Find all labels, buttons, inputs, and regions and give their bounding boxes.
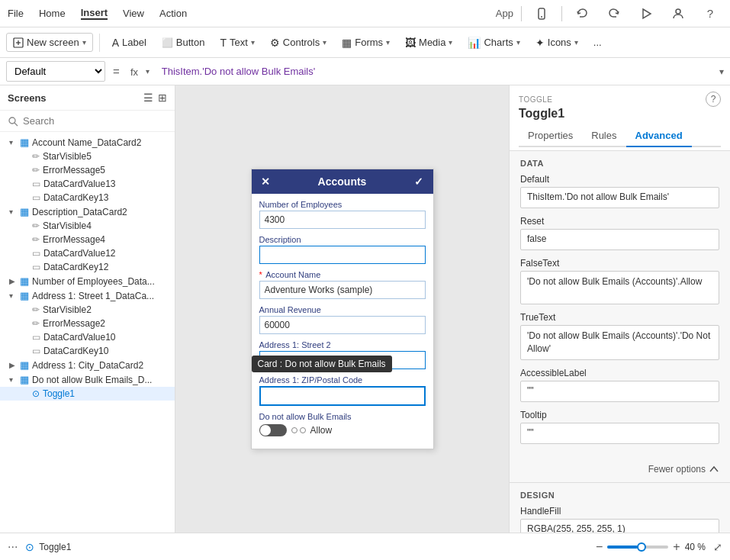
prop-label: HandleFill	[520, 506, 719, 517]
form-body: Number of Employees Description * Accoun…	[252, 194, 433, 449]
label-icon: A	[112, 37, 119, 49]
zoom-value: 40 %	[685, 542, 706, 552]
formula-expand[interactable]: ▾	[719, 66, 724, 77]
tree-label: Toggle1	[43, 388, 75, 399]
field-label: Annual Revenue	[259, 305, 426, 314]
play-icon[interactable]	[634, 3, 658, 24]
form-card: ✕ Accounts ✓ Number of Employees Descrip…	[251, 169, 434, 449]
help-icon[interactable]: ?	[706, 92, 721, 107]
charts-icon: 📊	[468, 37, 481, 49]
tree-item-datacardvalue12[interactable]: ▭ DataCardValue12	[0, 246, 175, 260]
prop-value-truetext[interactable]: 'Do not allow Bulk Emails (Accounts)'.'D…	[520, 325, 719, 360]
prop-accessiblelabel: AccessibleLabel ""	[520, 368, 719, 402]
field-zip: Address 1: ZIP/Postal Code Card : Do not…	[259, 375, 426, 406]
status-more-icon[interactable]: ···	[8, 540, 18, 554]
help-icon[interactable]: ?	[698, 3, 722, 24]
menu-view[interactable]: View	[123, 8, 144, 19]
tree-item-errormessage4[interactable]: ✏ ErrorMessage4	[0, 233, 175, 246]
formula-input[interactable]	[157, 63, 715, 79]
controls-button[interactable]: ⚙ Controls ▾	[264, 34, 333, 52]
field-input-zip[interactable]	[259, 386, 426, 406]
phone-icon[interactable]	[529, 3, 554, 24]
prop-reset: Reset false	[520, 216, 719, 250]
tree-label: DataCardKey12	[43, 262, 108, 272]
forms-icon: ▦	[342, 37, 352, 49]
new-screen-button[interactable]: New screen ▾	[6, 33, 93, 52]
redo-icon[interactable]	[602, 3, 626, 24]
prop-value-accessiblelabel[interactable]: ""	[520, 381, 719, 402]
undo-icon[interactable]	[570, 3, 594, 24]
tree-label: DataCardValue13	[43, 179, 116, 189]
tree-item-datacardkey12[interactable]: ▭ DataCardKey12	[0, 260, 175, 274]
media-button[interactable]: 🖼 Media ▾	[399, 34, 458, 52]
prop-value-default[interactable]: ThisItem.'Do not allow Bulk Emails'	[520, 187, 719, 208]
menu-home[interactable]: Home	[39, 8, 66, 19]
toggle-track[interactable]	[259, 424, 287, 436]
tree-item-city-datacard[interactable]: ▶ ▦ Address 1: City_DataCard2	[0, 358, 175, 372]
tree-item-employees-datacard[interactable]: ▶ ▦ Number of Employees_Data...	[0, 274, 175, 288]
screens-actions: ☰ ⊞	[143, 92, 167, 104]
tree-item-datacardkey10[interactable]: ▭ DataCardKey10	[0, 344, 175, 358]
tree-item-starvisible2[interactable]: ✏ StarVisible2	[0, 303, 175, 317]
zoom-minus-button[interactable]: −	[596, 540, 603, 554]
tree-label: DataCardValue12	[43, 248, 116, 259]
forms-button[interactable]: ▦ Forms ▾	[336, 34, 396, 52]
grid-view-icon[interactable]: ⊞	[158, 92, 167, 104]
new-screen-chevron: ▾	[82, 38, 86, 47]
tree-item-starvisible4[interactable]: ✏ StarVisible4	[0, 219, 175, 233]
button-icon: ⬜	[162, 37, 173, 48]
prop-value-reset[interactable]: false	[520, 229, 719, 250]
tree-item-street1-datacard[interactable]: ▾ ▦ Address 1: Street 1_DataCa...	[0, 288, 175, 303]
tree-item-starvisible5[interactable]: ✏ StarVisible5	[0, 150, 175, 163]
search-input[interactable]	[23, 115, 167, 127]
property-dropdown[interactable]: Default	[6, 61, 105, 82]
field-input-revenue[interactable]	[259, 316, 426, 334]
left-panel: Screens ☰ ⊞ ▾ ▦ Account Name_DataCard2 ✏…	[0, 85, 175, 533]
prop-value-tooltip[interactable]: ""	[520, 423, 719, 444]
user-icon[interactable]	[666, 3, 690, 24]
fewer-options-button[interactable]: Fewer options	[510, 459, 730, 482]
menu-insert[interactable]: Insert	[81, 7, 108, 20]
expand-icon[interactable]: ⤢	[713, 541, 722, 553]
toggle-component-icon: ⊙	[25, 541, 34, 553]
tree-label: Description_DataCard2	[32, 207, 127, 217]
tree-item-toggle1[interactable]: ⊙ Toggle1	[0, 387, 175, 401]
menu-file[interactable]: File	[8, 8, 24, 19]
tree-item-errormessage2[interactable]: ✏ ErrorMessage2	[0, 317, 175, 330]
screens-title: Screens	[8, 92, 47, 104]
tree-item-datacardvalue13[interactable]: ▭ DataCardValue13	[0, 177, 175, 191]
zoom-plus-button[interactable]: +	[673, 540, 680, 554]
field-input-description[interactable]	[259, 246, 426, 264]
zoom-slider[interactable]	[607, 546, 668, 549]
tab-properties[interactable]: Properties	[519, 125, 582, 147]
right-header: TOGGLE ? Toggle1 Properties Rules Advanc…	[510, 85, 730, 151]
tree-label: StarVisible4	[43, 220, 92, 231]
text-button[interactable]: T Text ▾	[214, 34, 260, 52]
prop-value-handlefill[interactable]: RGBA(255, 255, 255, 1)	[520, 519, 719, 533]
menu-bar: File Home Insert View Action App ?	[0, 0, 730, 27]
zoom-controls: − + 40 %	[596, 540, 706, 554]
button-button[interactable]: ⬜ Button	[156, 34, 211, 51]
tree-item-errormessage5[interactable]: ✏ ErrorMessage5	[0, 163, 175, 177]
tree-item-datacardvalue10[interactable]: ▭ DataCardValue10	[0, 330, 175, 344]
label-button[interactable]: A Label	[106, 34, 153, 52]
tab-rules[interactable]: Rules	[582, 125, 625, 147]
tree-item-description-datacard[interactable]: ▾ ▦ Description_DataCard2	[0, 204, 175, 219]
right-title: Toggle1	[519, 107, 721, 121]
datacard-icon: ▭	[32, 179, 40, 189]
more-button[interactable]: ...	[587, 34, 608, 51]
field-input-employees[interactable]	[259, 211, 426, 229]
menu-action[interactable]: Action	[159, 8, 187, 19]
prop-value-falsetext[interactable]: 'Do not allow Bulk Emails (Accounts)'.Al…	[520, 271, 719, 304]
tab-advanced[interactable]: Advanced	[626, 125, 692, 147]
tree-item-account-name-datacard[interactable]: ▾ ▦ Account Name_DataCard2	[0, 135, 175, 150]
field-input-account-name[interactable]	[259, 281, 426, 299]
tree-item-bulk-emails-datacard[interactable]: ▾ ▦ Do not allow Bulk Emails_D...	[0, 372, 175, 387]
form-close-icon[interactable]: ✕	[261, 175, 270, 188]
tree-item-datacardkey13[interactable]: ▭ DataCardKey13	[0, 191, 175, 204]
icons-button[interactable]: ✦ Icons ▾	[529, 34, 584, 52]
charts-button[interactable]: 📊 Charts ▾	[461, 34, 526, 52]
form-check-icon[interactable]: ✓	[414, 175, 423, 188]
fx-button[interactable]: fx ▾	[127, 66, 153, 78]
list-view-icon[interactable]: ☰	[143, 92, 153, 104]
